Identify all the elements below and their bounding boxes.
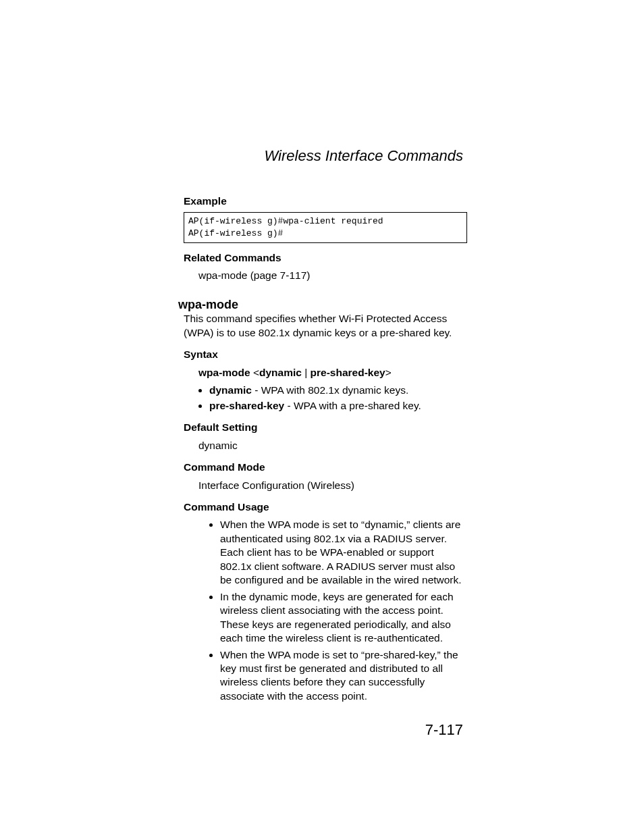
related-commands-heading: Related Commands	[184, 251, 467, 265]
example-code-block: AP(if-wireless g)#wpa-client required AP…	[184, 212, 467, 242]
list-item: When the WPA mode is set to “dynamic,” c…	[220, 518, 467, 587]
syntax-term-desc: - WPA with a pre-shared key.	[284, 400, 421, 411]
command-description: This command specifies whether Wi-Fi Pro…	[184, 312, 467, 340]
list-item: In the dynamic mode, keys are generated …	[220, 590, 467, 646]
syntax-pipe: |	[302, 367, 311, 378]
syntax-opt2: pre-shared-key	[311, 367, 385, 378]
list-item: pre-shared-key - WPA with a pre-shared k…	[209, 399, 467, 413]
list-item: When the WPA mode is set to “pre-shared-…	[220, 648, 467, 704]
syntax-line: wpa-mode <dynamic | pre-shared-key>	[198, 366, 467, 380]
syntax-term-desc: - WPA with 802.1x dynamic keys.	[252, 384, 408, 396]
default-setting-value: dynamic	[198, 439, 467, 452]
section-header: Wireless Interface Commands	[265, 147, 463, 165]
syntax-heading: Syntax	[184, 348, 467, 361]
syntax-opt1: dynamic	[259, 367, 302, 378]
command-name-heading: wpa-mode	[178, 297, 238, 313]
related-commands-text: wpa-mode (page 7-117)	[198, 269, 467, 282]
command-usage-heading: Command Usage	[184, 500, 467, 514]
syntax-gt: >	[385, 367, 392, 378]
example-heading: Example	[184, 194, 467, 208]
syntax-term: dynamic	[209, 384, 252, 396]
command-mode-heading: Command Mode	[184, 461, 467, 474]
syntax-lt: <	[253, 367, 259, 378]
command-usage-list: When the WPA mode is set to “dynamic,” c…	[220, 518, 467, 703]
syntax-bullet-list: dynamic - WPA with 802.1x dynamic keys. …	[209, 384, 467, 413]
syntax-cmd: wpa-mode	[198, 367, 250, 378]
page-number: 7-117	[425, 721, 463, 739]
syntax-term: pre-shared-key	[209, 400, 284, 411]
command-mode-value: Interface Configuration (Wireless)	[198, 479, 467, 492]
list-item: dynamic - WPA with 802.1x dynamic keys.	[209, 384, 467, 397]
default-setting-heading: Default Setting	[184, 421, 467, 434]
